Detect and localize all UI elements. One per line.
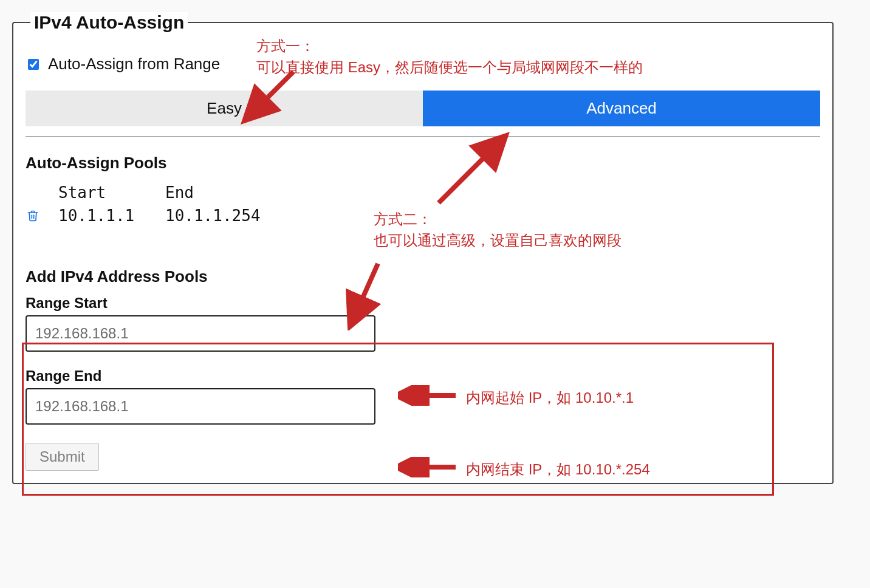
tab-advanced[interactable]: Advanced [423, 91, 820, 126]
pool-row-start: 10.1.1.1 [58, 207, 149, 225]
add-pools-title: Add IPv4 Address Pools [26, 267, 820, 286]
table-row: 10.1.1.1 10.1.1.254 [27, 204, 820, 227]
divider [26, 136, 820, 137]
pool-header-end: End [165, 183, 820, 202]
auto-assign-pools-title: Auto-Assign Pools [26, 154, 820, 173]
tab-easy[interactable]: Easy [26, 91, 423, 126]
range-start-label: Range Start [26, 295, 820, 312]
pool-header-start: Start [58, 183, 149, 202]
trash-icon [27, 209, 39, 222]
auto-assign-checkbox[interactable] [28, 59, 39, 70]
pool-row-end: 10.1.1.254 [165, 207, 820, 225]
pool-table: Start End 10.1.1.1 10.1.1.254 [27, 181, 820, 227]
range-end-input[interactable] [26, 388, 375, 425]
annotation-1-line1: 方式一： [256, 38, 315, 54]
auto-assign-checkbox-label: Auto-Assign from Range [48, 55, 220, 74]
delete-pool-button[interactable] [27, 209, 43, 222]
mode-tabs: Easy Advanced [26, 91, 820, 126]
submit-button[interactable]: Submit [26, 443, 99, 471]
ipv4-auto-assign-panel: IPv4 Auto-Assign Auto-Assign from Range … [12, 12, 834, 484]
pool-table-header: Start End [27, 181, 820, 204]
range-end-label: Range End [26, 368, 820, 385]
panel-title: IPv4 Auto-Assign [30, 12, 188, 33]
auto-assign-checkbox-row: Auto-Assign from Range [26, 55, 820, 74]
range-start-input[interactable] [26, 315, 375, 352]
annotation-2-line2: 也可以通过高级，设置自己喜欢的网段 [374, 232, 622, 248]
